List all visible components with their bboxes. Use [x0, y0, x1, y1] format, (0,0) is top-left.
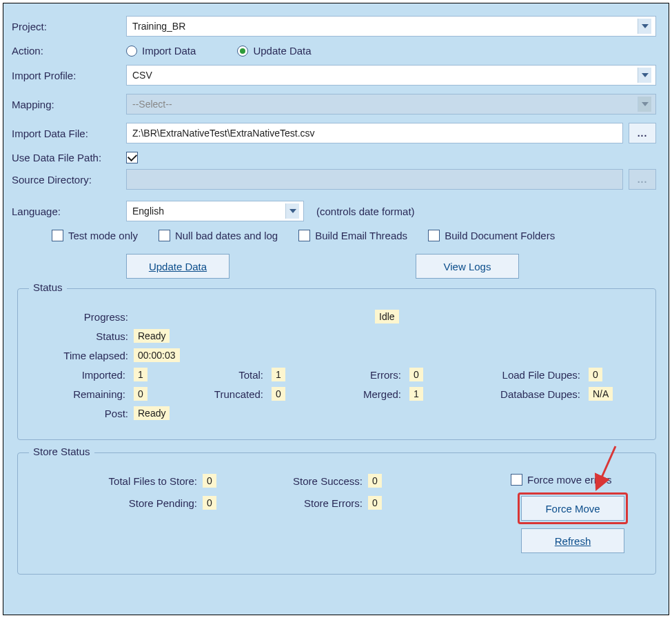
store-status-legend: Store Status	[29, 446, 94, 457]
errors-label: Errors:	[314, 369, 404, 381]
chevron-down-icon	[285, 203, 299, 219]
mapping-label: Mapping:	[10, 99, 126, 110]
total-label: Total:	[176, 369, 266, 381]
total-files-value: 0	[203, 474, 216, 488]
chevron-down-icon	[638, 68, 651, 83]
merged-value: 1	[409, 387, 423, 401]
mapping-dropdown: --Select--	[126, 94, 656, 114]
database-dupes-label: Database Dupes:	[452, 388, 583, 400]
database-dupes-value: N/A	[589, 387, 613, 401]
remaining-value: 0	[134, 387, 147, 401]
total-value: 1	[272, 368, 285, 381]
chevron-down-icon	[638, 19, 651, 34]
radio-icon	[237, 46, 248, 57]
store-pending-label: Store Pending:	[32, 497, 197, 509]
import-data-radio[interactable]: Import Data	[126, 45, 196, 57]
status-legend: Status	[29, 281, 67, 293]
import-data-file-value: Z:\BR\ExtraNativeTest\ExtraNativeTest.cs…	[132, 128, 315, 139]
language-dropdown[interactable]: English	[126, 201, 304, 221]
import-profile-value: CSV	[132, 70, 152, 81]
status-group: Status Progress: Idle Status: Ready Time…	[17, 288, 656, 440]
errors-value: 0	[409, 368, 423, 381]
store-pending-value: 0	[203, 496, 216, 510]
null-bad-dates-checkbox[interactable]: Null bad dates and log	[159, 230, 278, 241]
import-dialog: Project: Training_BR Action: Import Data…	[3, 3, 669, 615]
language-note: (controls date format)	[316, 206, 415, 217]
update-data-button[interactable]: Update Data	[126, 254, 230, 279]
checkbox-icon	[511, 474, 522, 486]
time-elapsed-label: Time elapsed:	[32, 350, 128, 361]
import-data-file-label: Import Data File:	[10, 128, 126, 139]
store-success-label: Store Success:	[238, 475, 363, 487]
store-errors-value: 0	[368, 496, 382, 510]
import-profile-label: Import Profile:	[10, 70, 126, 81]
radio-icon	[126, 46, 137, 57]
status-status-label: Status:	[32, 330, 128, 342]
browse-source-dir-button: ...	[629, 169, 656, 190]
import-profile-dropdown[interactable]: CSV	[126, 65, 656, 86]
annotation-arrow-icon	[593, 443, 621, 492]
use-data-file-path-label: Use Data File Path:	[10, 152, 126, 163]
load-file-dupes-label: Load File Dupes:	[452, 369, 583, 381]
checkbox-icon	[159, 230, 170, 241]
truncated-label: Truncated:	[176, 388, 266, 400]
total-files-label: Total Files to Store:	[32, 475, 197, 487]
svg-line-0	[599, 446, 615, 484]
refresh-button[interactable]: Refresh	[521, 528, 624, 553]
store-success-value: 0	[368, 474, 382, 488]
action-label: Action:	[10, 45, 126, 57]
project-label: Project:	[10, 21, 126, 32]
force-move-button[interactable]: Force Move	[521, 496, 624, 521]
language-label: Language:	[10, 206, 126, 217]
merged-label: Merged:	[314, 388, 404, 400]
truncated-value: 0	[272, 387, 285, 401]
chevron-down-icon	[638, 97, 651, 112]
checkbox-icon	[298, 230, 310, 241]
import-data-file-input[interactable]: Z:\BR\ExtraNativeTest\ExtraNativeTest.cs…	[126, 123, 623, 143]
source-directory-input	[126, 169, 623, 190]
imported-value: 1	[134, 368, 147, 381]
update-data-radio[interactable]: Update Data	[237, 45, 311, 57]
progress-label: Progress:	[32, 311, 128, 323]
project-dropdown[interactable]: Training_BR	[126, 16, 656, 37]
store-status-group: Store Status Total Files to Store: 0 Sto…	[17, 452, 656, 575]
mapping-placeholder: --Select--	[132, 99, 172, 110]
time-elapsed-value: 00:00:03	[134, 348, 180, 362]
store-errors-label: Store Errors:	[238, 497, 363, 509]
annotation-highlight: Force Move	[518, 492, 628, 524]
language-value: English	[132, 206, 164, 217]
remaining-label: Remaining:	[32, 388, 128, 400]
post-label: Post:	[32, 408, 128, 419]
checkbox-icon	[428, 230, 440, 241]
build-email-threads-checkbox[interactable]: Build Email Threads	[298, 230, 407, 241]
project-value: Training_BR	[132, 21, 185, 32]
test-mode-checkbox[interactable]: Test mode only	[52, 230, 138, 241]
update-data-radio-label: Update Data	[253, 45, 311, 57]
import-data-radio-label: Import Data	[142, 45, 196, 57]
view-logs-button[interactable]: View Logs	[416, 254, 519, 279]
checkbox-icon	[52, 230, 63, 241]
browse-data-file-button[interactable]: ...	[629, 123, 656, 143]
status-status-value: Ready	[134, 329, 170, 343]
progress-value: Idle	[375, 310, 399, 323]
imported-label: Imported:	[32, 369, 128, 381]
use-data-file-path-checkbox[interactable]	[126, 152, 138, 163]
source-directory-label: Source Directory:	[10, 174, 126, 186]
build-document-folders-checkbox[interactable]: Build Document Folders	[428, 230, 555, 241]
load-file-dupes-value: 0	[589, 368, 602, 381]
post-value: Ready	[134, 406, 170, 420]
